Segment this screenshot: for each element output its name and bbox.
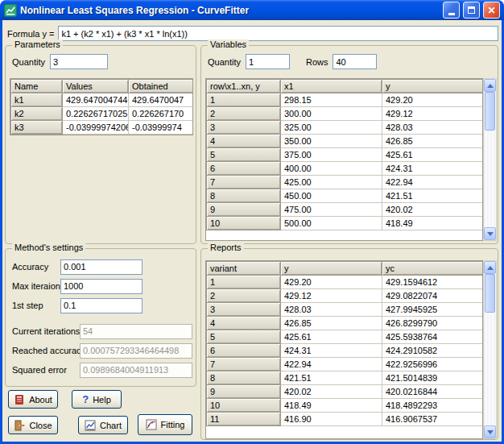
current-iterations-label: Current iterations [12, 326, 80, 336]
data-cell[interactable]: 422.94 [382, 176, 484, 189]
table-header-row: row\x1..xn, yx1y [207, 80, 484, 93]
scroll-up-button[interactable] [484, 261, 496, 274]
data-cell[interactable]: 0.226267170 [129, 107, 194, 121]
column-header: y [281, 262, 382, 276]
data-cell[interactable]: 500.00 [281, 217, 382, 230]
variables-rows-label: Rows [306, 57, 328, 67]
data-cell[interactable]: 429.647004744 [63, 93, 129, 107]
data-cell[interactable]: 418.49 [382, 217, 484, 230]
reached-accuracy-value [80, 343, 192, 359]
scrollbar-track[interactable] [484, 92, 496, 227]
parameters-quantity-input[interactable] [50, 54, 108, 69]
accuracy-input[interactable] [60, 259, 143, 275]
minimize-button[interactable] [443, 2, 460, 19]
scroll-down-button[interactable] [484, 227, 496, 240]
minimize-icon [448, 13, 455, 15]
max-iteration-label: Max iteraion [12, 281, 60, 291]
data-cell[interactable]: 450.00 [281, 189, 382, 203]
reports-group-title: Reports [208, 243, 244, 252]
formula-input[interactable] [58, 26, 498, 41]
door-exit-icon [14, 420, 25, 431]
parameters-group: Parameters Quantity NameValuesObtainedk1… [5, 45, 196, 244]
variables-rows-input[interactable] [333, 54, 377, 69]
data-cell[interactable]: 425.00 [281, 176, 382, 189]
table-row: 1298.15429.20 [207, 93, 484, 107]
method-settings-group: Method's settings Accuracy Max iteraion … [5, 248, 196, 387]
row-header-cell: k2 [11, 107, 63, 121]
data-cell[interactable]: 421.51 [382, 189, 484, 203]
data-cell: 429.1594612 [382, 276, 484, 289]
table-header-row: NameValuesObtained [11, 80, 194, 93]
row-header-cell: 6 [207, 162, 281, 176]
about-button[interactable]: About [8, 390, 58, 409]
variables-scrollbar[interactable] [483, 78, 497, 241]
row-header-cell: 6 [207, 344, 281, 358]
scrollbar-thumb[interactable] [485, 92, 495, 131]
table-row: k3-0.03999974206-0.03999974 [11, 121, 194, 135]
data-cell: 428.03 [281, 303, 382, 317]
data-cell[interactable]: 325.00 [281, 121, 382, 135]
data-cell[interactable]: 300.00 [281, 107, 382, 121]
current-iterations-value [80, 324, 192, 339]
data-cell[interactable]: 350.00 [281, 135, 382, 148]
variables-group-title: Variables [208, 39, 249, 49]
data-cell: 424.31 [281, 344, 382, 358]
help-button-label: Help [93, 395, 111, 405]
data-cell[interactable]: 424.31 [382, 162, 484, 176]
data-cell[interactable]: 429.6470047 [129, 93, 194, 107]
title-bar[interactable]: Nonlinear Least Squares Regression - Cur… [0, 0, 504, 20]
data-cell[interactable]: 400.00 [281, 162, 382, 176]
reports-scrollbar[interactable] [483, 260, 497, 439]
data-cell: 429.20 [281, 276, 382, 289]
data-cell[interactable]: 429.12 [382, 107, 484, 121]
data-cell[interactable]: 420.02 [382, 203, 484, 217]
data-cell: 426.85 [281, 317, 382, 330]
close-button[interactable]: Close [8, 416, 58, 434]
data-cell[interactable]: 298.15 [281, 93, 382, 107]
row-header-cell: 1 [207, 93, 281, 107]
data-cell[interactable]: 475.00 [281, 203, 382, 217]
data-cell[interactable]: -0.03999974 [129, 121, 194, 135]
scrollbar-thumb[interactable] [485, 274, 495, 313]
data-cell: 416.9067537 [382, 413, 484, 426]
column-header: Name [11, 80, 63, 93]
parameters-quantity-label: Quantity [12, 57, 45, 67]
row-header-cell: 5 [207, 330, 281, 344]
data-cell[interactable]: 426.85 [382, 135, 484, 148]
data-cell: 418.49 [281, 399, 382, 413]
data-cell[interactable]: -0.03999974206 [63, 121, 129, 135]
row-header-cell: 2 [207, 289, 281, 303]
data-cell[interactable]: 428.03 [382, 121, 484, 135]
close-window-button[interactable]: ✕ [483, 2, 500, 19]
data-cell[interactable]: 429.20 [382, 93, 484, 107]
table-row: 6400.00424.31 [207, 162, 484, 176]
window-body: Formula y = Parameters Quantity NameValu… [2, 20, 502, 442]
reports-table: variantyyc1429.20429.15946122429.12429.0… [206, 261, 483, 426]
table-row: 8450.00421.51 [207, 189, 484, 203]
row-header-cell: 9 [207, 385, 281, 399]
table-row: 10500.00418.49 [207, 217, 484, 230]
fitting-button[interactable]: Fitting [138, 414, 192, 435]
first-step-input[interactable] [60, 298, 143, 313]
row-header-cell: 7 [207, 358, 281, 371]
chart-button[interactable]: Chart [78, 416, 128, 434]
variables-quantity-input[interactable] [246, 54, 290, 69]
row-header-cell: 3 [207, 121, 281, 135]
data-cell[interactable]: 375.00 [281, 148, 382, 162]
scroll-up-button[interactable] [484, 79, 496, 92]
row-header-cell: 3 [207, 303, 281, 317]
max-iteration-input[interactable] [60, 279, 143, 294]
scrollbar-track[interactable] [484, 274, 496, 425]
data-cell[interactable]: 0.22626717025 [63, 107, 129, 121]
column-header: x1 [281, 80, 382, 93]
help-button[interactable]: ? Help [72, 390, 122, 409]
data-cell[interactable]: 425.61 [382, 148, 484, 162]
table-row: 11416.90416.9067537 [207, 413, 484, 426]
table-row: 3325.00428.03 [207, 121, 484, 135]
maximize-button[interactable] [463, 2, 480, 19]
scroll-down-button[interactable] [484, 425, 496, 438]
formula-label: Formula y = [7, 29, 54, 39]
row-header-cell: 4 [207, 317, 281, 330]
data-cell: 421.5014839 [382, 371, 484, 385]
data-cell: 418.4892293 [382, 399, 484, 413]
